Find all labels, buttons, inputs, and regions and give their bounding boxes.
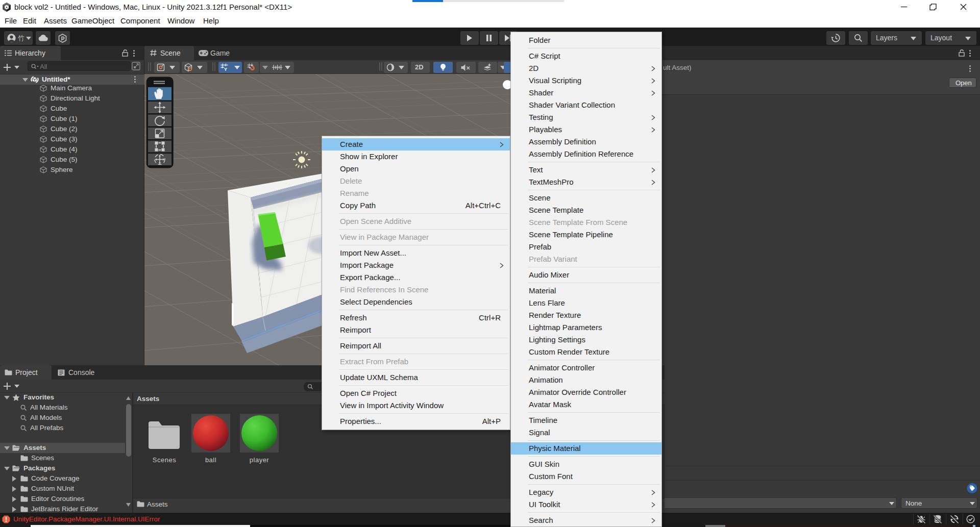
svg-text:Y: Y	[224, 67, 227, 71]
